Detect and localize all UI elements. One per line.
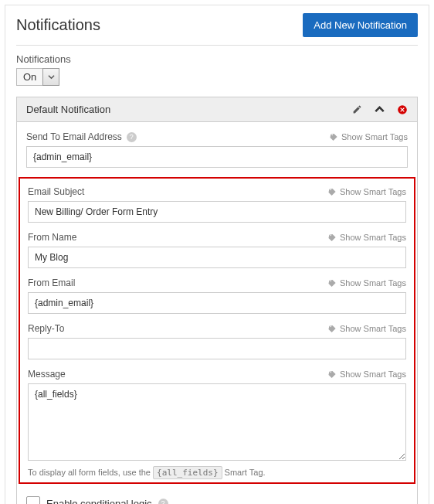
toggle-control[interactable]: On <box>16 68 418 86</box>
close-icon[interactable] <box>397 104 408 115</box>
chevron-down-icon[interactable] <box>42 68 59 86</box>
send-to-input[interactable] <box>26 146 408 168</box>
from-name-input[interactable] <box>28 247 406 268</box>
subject-input[interactable] <box>28 201 406 223</box>
notifications-toggle-section: Notifications On <box>16 53 418 86</box>
page-header: Notifications Add New Notification <box>16 13 418 46</box>
notification-panel: Default Notification Send To Email Addre… <box>16 97 418 504</box>
message-textarea[interactable] <box>28 383 406 461</box>
reply-to-input[interactable] <box>28 338 406 359</box>
from-name-field: From Name Show Smart Tags <box>28 232 406 268</box>
smart-tags-link[interactable]: Show Smart Tags <box>328 187 406 196</box>
toggle-value: On <box>16 68 42 86</box>
from-email-input[interactable] <box>28 292 406 314</box>
smart-tags-link[interactable]: Show Smart Tags <box>328 369 406 379</box>
conditional-logic-row: Enable conditional logic ? <box>26 493 408 504</box>
add-notification-button[interactable]: Add New Notification <box>303 13 418 37</box>
subject-field: Email Subject Show Smart Tags <box>28 186 406 223</box>
message-field: Message Show Smart Tags <box>28 369 406 463</box>
panel-body: Send To Email Address ? Show Smart Tags … <box>17 122 417 504</box>
from-email-field: From Email Show Smart Tags <box>28 278 406 314</box>
send-to-label: Send To Email Address ? <box>26 131 137 142</box>
help-icon[interactable]: ? <box>127 132 137 142</box>
toggle-label: Notifications <box>16 53 418 65</box>
hint-text: To display all form fields, use the {all… <box>28 468 406 478</box>
from-name-label: From Name <box>28 232 76 243</box>
edit-icon[interactable] <box>352 104 362 114</box>
send-to-field: Send To Email Address ? Show Smart Tags <box>26 131 408 168</box>
conditional-label: Enable conditional logic <box>46 498 152 505</box>
message-label: Message <box>28 369 66 380</box>
subject-label: Email Subject <box>28 186 84 197</box>
page-title: Notifications <box>16 16 100 34</box>
panel-title: Default Notification <box>26 104 110 115</box>
panel-header: Default Notification <box>17 97 417 122</box>
smart-tags-link[interactable]: Show Smart Tags <box>328 278 406 288</box>
panel-actions <box>352 104 408 115</box>
reply-to-label: Reply-To <box>28 323 64 334</box>
smart-tags-link[interactable]: Show Smart Tags <box>330 132 408 141</box>
reply-to-field: Reply-To Show Smart Tags <box>28 323 406 359</box>
highlighted-fields: Email Subject Show Smart Tags From Name <box>19 177 415 484</box>
all-fields-chip: {all_fields} <box>153 466 222 479</box>
smart-tags-link[interactable]: Show Smart Tags <box>328 233 406 242</box>
help-icon[interactable]: ? <box>158 499 168 505</box>
conditional-checkbox[interactable] <box>26 496 40 504</box>
from-email-label: From Email <box>28 278 75 288</box>
notifications-page: Notifications Add New Notification Notif… <box>5 5 429 504</box>
smart-tags-link[interactable]: Show Smart Tags <box>328 324 406 333</box>
chevron-up-icon[interactable] <box>375 104 385 114</box>
